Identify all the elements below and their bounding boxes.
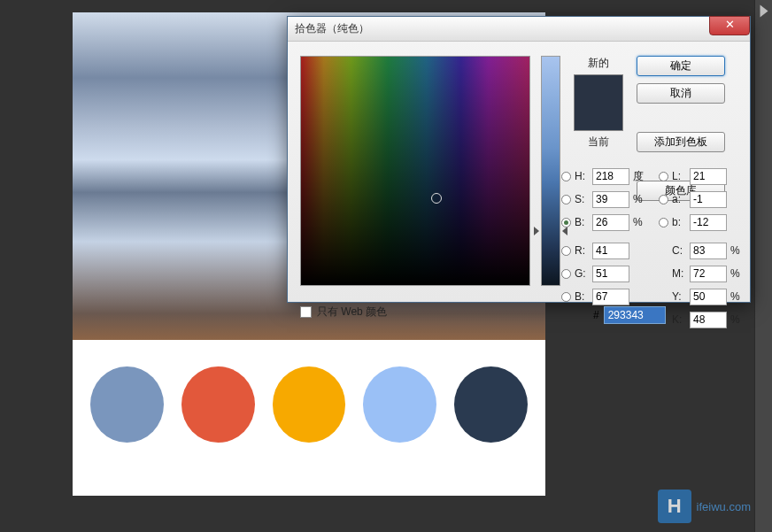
lb-label: b: (672, 216, 686, 228)
a-input[interactable] (690, 191, 727, 208)
m-unit: % (730, 267, 745, 280)
h-label: H: (575, 170, 589, 182)
l-label: L: (672, 170, 686, 182)
mode-r-radio[interactable] (561, 246, 571, 256)
cancel-button[interactable]: 取消 (637, 83, 725, 104)
y-input[interactable] (690, 289, 727, 305)
palette-swatch[interactable] (181, 366, 255, 443)
bv-unit: % (633, 216, 647, 228)
palette-swatch[interactable] (90, 366, 164, 443)
color-preview[interactable] (574, 74, 623, 131)
c-label: C: (672, 244, 686, 257)
hex-input[interactable] (604, 306, 666, 324)
r-label: R: (575, 244, 589, 257)
watermark-logo: H (658, 490, 691, 523)
k-input[interactable] (690, 312, 727, 328)
mode-b-radio[interactable] (561, 218, 571, 227)
y-label: Y: (672, 290, 686, 303)
bv-label: B: (575, 216, 589, 228)
mode-a-radio[interactable] (659, 195, 668, 204)
watermark-text: ifeiwu.com (697, 500, 751, 513)
g-input[interactable] (592, 266, 629, 282)
y-unit: % (730, 290, 745, 303)
mode-lb-radio[interactable] (659, 218, 668, 227)
palette-row (73, 340, 545, 469)
add-to-swatches-button[interactable]: 添加到色板 (637, 132, 725, 152)
mode-h-radio[interactable] (561, 172, 571, 181)
ok-button[interactable]: 确定 (637, 56, 725, 76)
panel-flyout-icon[interactable] (760, 5, 768, 18)
l-input[interactable] (690, 168, 727, 185)
k-unit: % (730, 313, 745, 326)
bv-input[interactable] (592, 214, 629, 231)
lb-input[interactable] (690, 214, 727, 231)
c-input[interactable] (690, 243, 727, 259)
mode-g-radio[interactable] (561, 269, 571, 279)
close-button[interactable]: ✕ (709, 16, 750, 35)
slider-arrow-icon (534, 227, 539, 235)
mode-l-radio[interactable] (659, 172, 668, 181)
current-color-swatch (575, 103, 622, 130)
color-slider[interactable] (541, 56, 560, 286)
m-input[interactable] (690, 266, 727, 282)
current-color-label: 当前 (571, 135, 626, 150)
h-unit: 度 (633, 169, 647, 184)
c-unit: % (730, 244, 745, 257)
r-input[interactable] (592, 243, 629, 259)
palette-swatch[interactable] (273, 366, 346, 443)
new-color-swatch (575, 75, 622, 103)
web-only-label: 只有 Web 颜色 (317, 305, 387, 320)
mode-s-radio[interactable] (561, 195, 571, 204)
k-label: K: (672, 313, 686, 326)
s-label: S: (575, 193, 589, 205)
m-label: M: (672, 267, 686, 280)
watermark: H ifeiwu.com (658, 490, 751, 523)
s-unit: % (633, 193, 647, 205)
bc-input[interactable] (592, 289, 629, 305)
palette-swatch[interactable] (454, 366, 528, 443)
palette-swatch[interactable] (363, 366, 436, 443)
dialog-titlebar[interactable]: 拾色器（纯色） ✕ (288, 17, 750, 42)
a-label: a: (672, 193, 686, 205)
h-input[interactable] (592, 168, 629, 185)
web-only-checkbox[interactable] (300, 306, 312, 318)
g-label: G: (575, 267, 589, 280)
s-input[interactable] (592, 191, 629, 208)
hex-label: # (593, 309, 599, 321)
mode-bc-radio[interactable] (561, 292, 571, 302)
color-field-cursor (431, 193, 442, 204)
color-field[interactable] (300, 56, 530, 286)
new-color-label: 新的 (571, 56, 626, 71)
dialog-title: 拾色器（纯色） (295, 21, 369, 36)
close-icon: ✕ (725, 18, 735, 31)
bc-label: B: (575, 290, 589, 303)
right-panel (754, 0, 772, 532)
